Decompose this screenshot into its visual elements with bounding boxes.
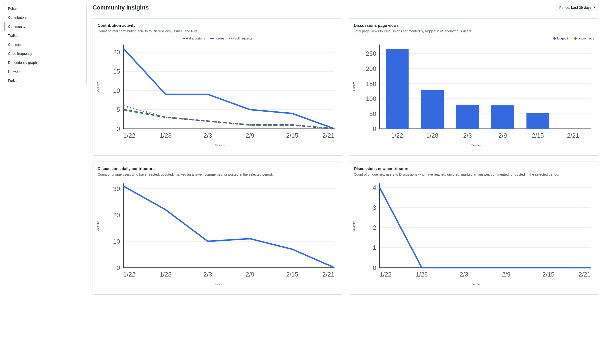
chart-svg: 01020301/221/282/32/92/152/21 [102,180,338,281]
svg-text:10: 10 [113,87,120,94]
sidebar-item-label: Traffic [8,34,17,37]
legend-label: pull requests [235,37,252,40]
svg-text:2/21: 2/21 [579,271,591,278]
svg-text:1/28: 1/28 [416,271,428,278]
sidebar-item-label: Dependency graph [8,61,37,65]
svg-text:3: 3 [373,204,376,211]
y-axis-label: Quantity [96,221,99,231]
svg-text:10: 10 [113,238,120,245]
y-axis-label: Quantity [96,82,99,92]
period-value: Last 30 days [571,6,591,10]
legend-swatch [574,37,577,40]
svg-rect-34 [456,105,479,129]
svg-text:50: 50 [370,110,376,117]
chart-svg: 012341/221/282/32/92/152/21 [358,180,594,281]
period-selector[interactable]: Period: Last 30 days [556,4,599,11]
svg-text:1/28: 1/28 [160,271,172,278]
legend-swatch [553,37,556,40]
legend-label: anonymous [578,37,594,40]
chart-discussions-daily-contributors: Quantity 01020301/221/282/32/92/152/21 T… [98,180,338,290]
legend-item-logged-in: logged in [553,37,570,40]
card-title: Contribution activity [98,23,338,28]
svg-text:15: 15 [113,68,120,75]
svg-text:1/22: 1/22 [124,132,135,139]
svg-text:0: 0 [117,264,120,271]
svg-text:2/3: 2/3 [460,271,468,278]
card-description: Count of unique new users to Discussions… [354,172,594,177]
y-axis-label: Quantity [352,221,355,231]
card-discussions-page-views: Discussions page views Total page views … [349,18,599,156]
svg-text:1/22: 1/22 [380,271,392,278]
sidebar-item-label: Code frequency [8,52,32,56]
legend-label: logged in [557,37,570,40]
legend-label: issues [216,37,224,40]
svg-text:1: 1 [373,244,376,251]
card-description: Count of total contribution activity to … [98,29,338,34]
sidebar-item-network[interactable]: Network [4,67,86,76]
chart-legend: logged in anonymous [354,37,594,40]
svg-text:2/21: 2/21 [567,132,579,139]
svg-text:1/28: 1/28 [427,132,438,139]
chart-contribution-activity: Quantity 051015201/221/282/32/92/152/21 … [98,41,338,152]
legend-swatch [210,38,214,39]
chart-legend: discussions issues pull requests [98,37,338,40]
legend-item-pull-requests: pull requests [229,37,252,40]
x-axis-label: Timeline [358,283,594,286]
legend-item-issues: issues [210,37,224,40]
sidebar-item-forks[interactable]: Forks [4,76,86,85]
svg-text:1/28: 1/28 [160,132,172,139]
legend-label: discussions [189,37,205,40]
page-header: Community insights Period: Last 30 days [93,4,599,13]
sidebar-item-traffic[interactable]: Traffic [4,31,86,40]
svg-text:0: 0 [373,126,376,132]
svg-text:2/15: 2/15 [286,132,298,139]
chevron-down-icon [593,7,595,8]
svg-rect-35 [491,105,514,129]
sidebar-item-code-frequency[interactable]: Code frequency [4,49,86,58]
svg-text:1/22: 1/22 [124,271,135,278]
chart-svg: 051015201/221/282/32/92/152/21 [102,41,338,142]
sidebar-item-community[interactable]: Community [4,22,86,31]
sidebar-item-label: Network [8,70,21,74]
x-axis-label: Timeline [102,283,338,286]
svg-text:0: 0 [117,126,120,132]
sidebar-item-label: Commits [8,43,22,47]
main-content: Community insights Period: Last 30 days … [93,4,599,294]
svg-text:2/3: 2/3 [204,132,212,139]
svg-text:20: 20 [113,49,120,56]
card-description: Count of unique users who have reacted, … [98,172,338,177]
svg-text:2/15: 2/15 [286,271,298,278]
card-discussions-new-contributors: Discussions new contributors Count of un… [349,162,599,294]
sidebar-item-contributors[interactable]: Contributors [4,13,86,22]
sidebar-item-label: Contributors [8,16,26,20]
svg-rect-36 [527,113,549,129]
svg-text:150: 150 [366,80,376,87]
cards-grid: Contribution activity Count of total con… [93,18,599,294]
svg-text:200: 200 [366,65,376,72]
sidebar-item-label: Pulse [8,7,17,11]
sidebar-item-pulse[interactable]: Pulse [4,4,86,13]
sidebar-item-commits[interactable]: Commits [4,40,86,49]
sidebar-item-label: Forks [8,79,17,82]
x-axis-label: Timeline [102,144,338,147]
svg-text:2/9: 2/9 [246,132,254,139]
svg-text:2/15: 2/15 [532,132,544,139]
svg-text:30: 30 [113,185,120,192]
legend-swatch [183,38,188,39]
chart-svg: 0501001502002501/221/282/32/92/152/21 [358,41,594,142]
svg-text:2/21: 2/21 [323,132,334,139]
svg-text:2: 2 [373,224,376,231]
sidebar-item-dependency-graph[interactable]: Dependency graph [4,58,86,67]
chart-discussions-new-contributors: Quantity 012341/221/282/32/92/152/21 Tim… [354,180,594,290]
svg-rect-32 [386,49,409,129]
svg-text:250: 250 [366,50,376,57]
svg-rect-33 [421,90,444,129]
chart-discussions-page-views: Quantity 0501001502002501/221/282/32/92/… [354,41,594,152]
period-label: Period: [559,6,570,10]
svg-text:2/21: 2/21 [323,271,334,278]
sidebar-item-label: Community [8,25,25,28]
svg-text:20: 20 [113,212,120,219]
svg-text:2/9: 2/9 [502,271,510,278]
svg-text:0: 0 [373,264,376,271]
y-axis-label: Quantity [352,82,355,92]
